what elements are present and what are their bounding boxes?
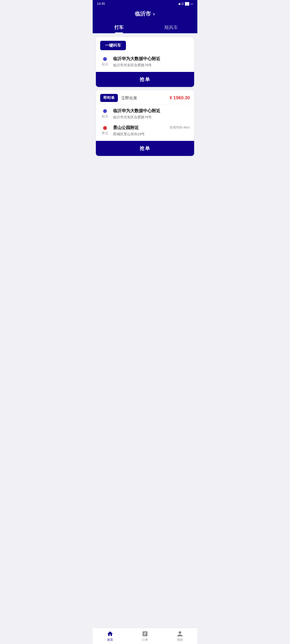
wifi-icon: ☰ <box>181 2 184 6</box>
cards-container: 一键叫车 起点 临沂华为大数据中心附近 临沂市河东区合肥路76号 抢单 即时单 … <box>93 33 197 160</box>
origin-title: 临沂华为大数据中心附近 <box>113 56 190 62</box>
dest-dot-col: 终点 <box>100 125 110 136</box>
header: 临沂市 ∨ 打车 顺风车 <box>93 8 197 33</box>
main-content: 一键叫车 起点 临沂华为大数据中心附近 临沂市河东区合肥路76号 抢单 即时单 … <box>93 33 197 179</box>
departure-text: 立即出发 <box>121 96 137 101</box>
origin2-title: 临沂华为大数据中心附近 <box>113 108 190 114</box>
origin-dot-col: 起点 <box>100 56 110 67</box>
origin2-info: 临沂华为大数据中心附近 临沂市河东区合肥路76号 <box>113 108 190 120</box>
dest-info: 景山公园附近 西城区景山东街19号 <box>113 125 166 137</box>
status-time: 14:45 <box>97 2 105 6</box>
origin-row: 起点 临沂华为大数据中心附近 临沂市河东区合肥路76号 <box>96 54 194 72</box>
origin-address: 临沂市河东区合肥路76号 <box>113 63 190 68</box>
grab-button-1[interactable]: 抢单 <box>96 72 194 87</box>
origin2-address: 临沂市河东区合肥路76号 <box>113 115 190 120</box>
city-name: 临沂市 <box>135 10 151 17</box>
network-icon: ▉▉ <box>185 2 189 6</box>
battery-icon: ▭ <box>190 2 193 6</box>
immediate-order-header: 即时单 立即出发 ¥ 1960.30 <box>96 90 194 105</box>
origin-label: 起点 <box>102 62 108 67</box>
immediate-order-card: 即时单 立即出发 ¥ 1960.30 起点 临沂华为大数据中心附近 临沂市河东区… <box>96 90 194 156</box>
immediate-badge: 即时单 <box>100 94 118 102</box>
city-selector[interactable]: 临沂市 ∨ <box>135 8 155 21</box>
origin-info: 临沂华为大数据中心附近 临沂市河东区合肥路76号 <box>113 56 190 68</box>
dest-title: 景山公园附近 <box>113 125 166 131</box>
distance-text: 全程658.4km <box>169 125 190 130</box>
tabs-container: 打车 顺风车 <box>93 21 197 33</box>
origin2-dot-col: 起点 <box>100 108 110 119</box>
dest-label: 终点 <box>102 131 108 136</box>
status-bar: 14:45 ◀ ☰ ▉▉ ▭ <box>93 0 197 8</box>
price-text: ¥ 1960.30 <box>169 95 190 101</box>
origin2-label: 起点 <box>102 114 108 119</box>
quick-call-card: 一键叫车 起点 临沂华为大数据中心附近 临沂市河东区合肥路76号 抢单 <box>96 37 194 87</box>
destination-row: 终点 景山公园附近 西城区景山东街19号 全程658.4km <box>96 123 194 141</box>
signal-icon: ◀ <box>178 2 180 6</box>
tab-carpool[interactable]: 顺风车 <box>145 21 197 33</box>
dest-dot <box>103 126 107 130</box>
tab-taxi[interactable]: 打车 <box>93 21 145 33</box>
origin-row-2: 起点 临沂华为大数据中心附近 临沂市河东区合肥路76号 <box>96 105 194 123</box>
dest-address: 西城区景山东街19号 <box>113 132 166 137</box>
origin2-dot <box>103 109 107 113</box>
chevron-down-icon: ∨ <box>153 12 155 16</box>
grab-button-2[interactable]: 抢单 <box>96 141 194 156</box>
status-icons: ◀ ☰ ▉▉ ▭ <box>178 2 193 6</box>
quick-call-badge: 一键叫车 <box>100 41 126 50</box>
origin-dot <box>103 57 107 61</box>
